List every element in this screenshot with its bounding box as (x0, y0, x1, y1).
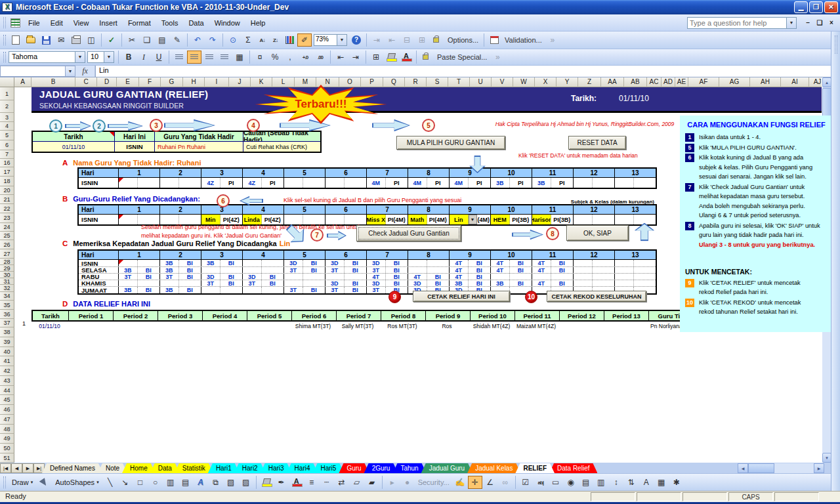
format-painter-icon[interactable]: ✎ (170, 33, 184, 47)
column-header-J[interactable]: J (229, 77, 251, 87)
group-icon[interactable]: ⊞ (415, 33, 429, 47)
image-control-icon[interactable]: ▦ (654, 476, 669, 489)
docked-toolbar-strip[interactable] (831, 32, 840, 491)
cetak-relief-button[interactable]: CETAK RELIEF HARI INI (413, 291, 510, 302)
percent-style-icon[interactable]: % (268, 51, 282, 64)
info-value-tarikh[interactable]: 01/11/10 (33, 142, 115, 152)
column-header-S[interactable]: S (427, 77, 448, 87)
scroll-right-icon[interactable]: ▶ (814, 463, 824, 473)
row-header-47[interactable]: 47 (0, 415, 14, 425)
row-header-48[interactable]: 48 (0, 425, 14, 434)
sheet-tab-statistik[interactable]: Statistik (175, 463, 213, 473)
merge-center-icon[interactable]: ▦ (232, 51, 247, 64)
column-header-F[interactable]: F (139, 77, 161, 87)
row-header-7[interactable]: 7 (0, 150, 14, 159)
column-header-AH[interactable]: AH (750, 77, 781, 87)
option-control-icon[interactable]: ◉ (564, 476, 578, 489)
print-preview-icon[interactable]: ◫ (84, 33, 98, 47)
column-header-A[interactable]: A (14, 77, 32, 87)
comma-style-icon[interactable]: , (283, 51, 297, 64)
ok-siap-button[interactable]: OK, SIAP (566, 225, 629, 241)
justify-icon[interactable] (217, 51, 232, 64)
row-header-1[interactable]: 1 (0, 87, 14, 100)
help-icon[interactable]: ? (349, 33, 364, 47)
align-center-icon[interactable] (187, 51, 201, 64)
period-cell-9[interactable]: Lin▼(4M) (449, 215, 490, 224)
toolbar-overflow-icon[interactable]: » (545, 33, 560, 47)
row-header-46[interactable]: 46 (0, 405, 14, 415)
font-name-dropdown-icon[interactable]: ▼ (75, 51, 85, 63)
prev-sheet-button[interactable]: ◀ (11, 463, 22, 473)
oval-icon[interactable]: ○ (148, 476, 163, 489)
column-header-B[interactable]: B (32, 77, 75, 87)
column-header-Y[interactable]: Y (556, 77, 578, 87)
align-right-icon[interactable] (202, 51, 217, 64)
fill-color-icon[interactable] (259, 476, 274, 489)
row-header-21[interactable]: 21 (0, 195, 14, 204)
font-color-icon[interactable]: A (289, 476, 304, 489)
sheet-tab-2guru[interactable]: 2Guru (364, 463, 398, 473)
listbox-control-icon[interactable]: ▤ (579, 476, 593, 489)
row-header-27[interactable]: 27 (0, 249, 14, 259)
sheet-tab-hari5[interactable]: Hari5 (313, 463, 345, 473)
scrollbar-control-icon[interactable]: ⇅ (624, 476, 639, 489)
column-header-AE[interactable]: AE (675, 77, 688, 87)
toolbar-overflow-icon[interactable]: » (490, 51, 505, 64)
row-header-25[interactable]: 25 (0, 232, 14, 240)
currency-style-icon[interactable]: ¤ (253, 51, 267, 64)
column-header-K[interactable]: K (251, 77, 272, 87)
cut-icon[interactable]: ✂ (125, 33, 139, 47)
sheet-tab-jadual-kelas[interactable]: Jadual Kelas (467, 463, 520, 473)
validation-calendar-icon[interactable] (487, 33, 501, 47)
button-control-icon[interactable]: ▭ (549, 476, 563, 489)
font-name-value[interactable]: Tahoma (9, 51, 75, 63)
row-header-16[interactable]: 16 (0, 159, 14, 167)
scroll-left-icon[interactable]: ◀ (738, 463, 748, 473)
doc-restore-icon[interactable]: ❏ (815, 19, 824, 26)
doc-minimize-icon[interactable]: – (803, 19, 812, 26)
sort-descending-icon[interactable]: Z↓ (269, 33, 282, 47)
row-header-28[interactable]: 28 (0, 259, 14, 265)
lock-cell-icon[interactable] (430, 33, 444, 47)
column-header-Q[interactable]: Q (383, 77, 405, 87)
hyperlink-chain-icon[interactable]: ∞ (498, 476, 513, 489)
paste-icon[interactable]: ▤ (155, 33, 169, 47)
menu-insert[interactable]: Insert (94, 17, 123, 29)
bold-icon[interactable]: B (121, 51, 136, 64)
show-detail-icon[interactable]: ⇥ (369, 33, 384, 47)
column-header-W[interactable]: W (513, 77, 535, 87)
hyperlink-icon[interactable]: ⊙ (226, 33, 240, 47)
menu-view[interactable]: View (68, 17, 94, 29)
column-header-I[interactable]: I (205, 77, 229, 87)
period-cell-4[interactable]: LindaPI(4Z) (242, 215, 284, 224)
run-macro-icon[interactable]: ▸ (385, 476, 400, 489)
mail-icon[interactable]: ✉ (54, 33, 68, 47)
print-icon[interactable] (69, 33, 83, 47)
clip-art-icon[interactable]: ▧ (224, 476, 238, 489)
design-mode-icon[interactable]: ✍ (453, 476, 467, 489)
column-header-M[interactable]: M (295, 77, 316, 87)
column-header-T[interactable]: T (448, 77, 470, 87)
row-header-41[interactable]: 41 (0, 356, 14, 366)
minimize-button[interactable]: ▁ (794, 1, 808, 13)
vertical-text-icon[interactable]: ▤ (178, 476, 193, 489)
period-cell-11[interactable]: HarisonPI(3B) (532, 215, 573, 224)
options-button[interactable]: Options... (445, 36, 481, 44)
column-header-AB[interactable]: AB (624, 77, 647, 87)
paste-special-button[interactable]: Paste Special... (434, 53, 490, 61)
column-header-E[interactable]: E (117, 77, 139, 87)
name-box-dropdown-icon[interactable]: ▼ (66, 66, 75, 77)
row-header-45[interactable]: 45 (0, 395, 14, 405)
menu-help[interactable]: Help (245, 17, 271, 29)
close-button[interactable]: ✕ (824, 1, 838, 13)
align-left-icon[interactable] (172, 51, 186, 64)
toolbox-icon[interactable]: ✛ (468, 476, 482, 489)
horizontal-scrollbar[interactable]: ◀ ▶ (738, 463, 824, 473)
row-header-4[interactable]: 4 (0, 122, 14, 131)
validation-button[interactable]: Validation... (502, 36, 545, 44)
info-value-guru[interactable]: Ruhani Pn Ruhani (155, 142, 243, 152)
first-sheet-button[interactable]: |◀ (0, 463, 11, 473)
row-header-32[interactable]: 32 (0, 285, 14, 292)
insert-function-icon[interactable]: fx (75, 66, 95, 77)
row-header-2[interactable]: 2 (0, 100, 14, 113)
